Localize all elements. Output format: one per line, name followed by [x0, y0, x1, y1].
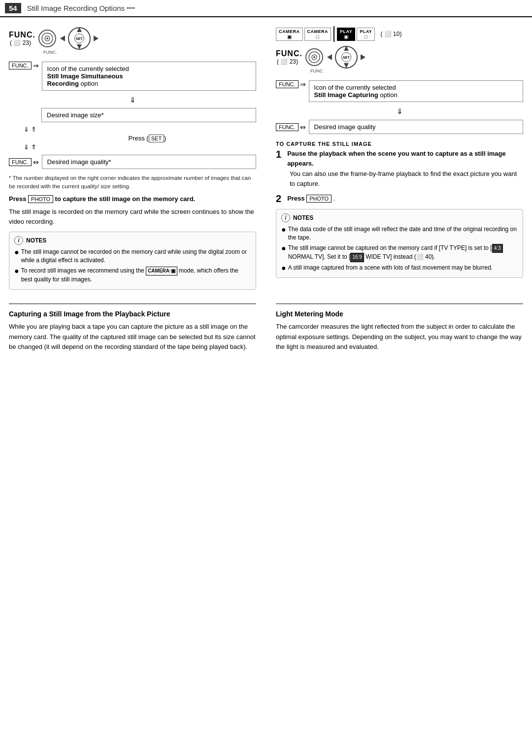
bullet-dot-2: ●	[14, 267, 19, 275]
mode-play-video[interactable]: PLAY ▣	[337, 28, 355, 41]
note-left-1: ● The still image cannot be recorded on …	[14, 248, 251, 265]
tv-169-icon: 16:9	[350, 253, 364, 262]
bullet-dot-r3: ●	[281, 264, 286, 272]
note-left-2: ● To record still images we recommend us…	[14, 267, 251, 284]
simultaneous-instr-line2: Still Image Simultaneous	[47, 72, 251, 80]
down-arrow-right: ⇓	[276, 107, 523, 116]
set-button-left[interactable]: SET	[74, 34, 84, 43]
simultaneous-bold-1: Still Image Simultaneous	[47, 72, 123, 80]
photo-key-left[interactable]: PHOTO	[28, 195, 53, 203]
func-label-right: FUNC. ( ⬜ 23)	[276, 49, 302, 65]
note-right-1-text: The data code of the still image will re…	[288, 225, 518, 242]
desired-size-row: Desired image size*	[9, 106, 256, 124]
note-right-3-text: A still image captured from a scene with…	[288, 264, 493, 272]
simultaneous-instr-area: FUNC. ⇒ Icon of the currently selected S…	[9, 60, 256, 93]
note-right-2-text: The still image cannot be captured on th…	[288, 244, 518, 262]
svg-marker-7	[94, 35, 99, 41]
divider-right	[276, 304, 523, 304]
set-key[interactable]: SET	[149, 135, 164, 142]
desired-quality-text-right: Desired image quality	[314, 123, 376, 131]
desired-quality-box-left: Desired image quality*	[42, 155, 256, 169]
page-ref-right: ( ⬜ 10)	[380, 31, 401, 37]
simultaneous-instr-line1: Icon of the currently selected	[47, 65, 251, 72]
page: 54 Still Image Recording Options •••• FU…	[0, 0, 532, 756]
note-right-1: ● The data code of the still image will …	[281, 225, 518, 242]
tv-43-icon: 4:3	[492, 244, 503, 253]
press-set-row: Press (SET)	[38, 135, 256, 142]
footnote-text: * The number displayed on the right corn…	[9, 175, 251, 189]
notes-label-right: NOTES	[293, 214, 313, 221]
set-control-right: SET	[326, 45, 366, 69]
func-key-quality-left: FUNC.	[9, 158, 32, 166]
func-circle-icon-right	[305, 48, 323, 66]
svg-point-10	[313, 56, 315, 58]
func-circle-icon-left	[38, 30, 56, 47]
step-2-period: .	[332, 195, 335, 202]
step-2: 2 Press PHOTO .	[276, 193, 523, 204]
svg-point-2	[46, 37, 48, 39]
simultaneous-bold-2: Recording	[47, 80, 79, 87]
note-right-2: ● The still image cannot be captured on …	[281, 244, 518, 262]
func-key-right: FUNC.	[276, 80, 299, 88]
bottom-right-title: Light Metering Mode	[276, 310, 523, 318]
note-right-3: ● A still image captured from a scene wi…	[281, 264, 518, 272]
func-section-right: FUNC. ( ⬜ 23)	[276, 45, 523, 73]
updown-row-2: ⇓ ⇑	[24, 143, 256, 151]
step-2-press: Press	[287, 195, 306, 202]
desired-quality-text-left: Desired image quality*	[47, 158, 111, 166]
main-content: FUNC. ( ⬜ 23)	[0, 17, 532, 295]
step-1-bold: Pause the playback when the scene you wa…	[287, 150, 506, 167]
step-2-num: 2	[276, 193, 281, 204]
set-button-right[interactable]: SET	[341, 52, 351, 62]
func-label-left: FUNC. ( ⬜ 23)	[9, 31, 35, 46]
mode-camera-video[interactable]: CAMERA ▣	[276, 28, 303, 41]
func-arrow-left: FUNC. ⇒	[9, 62, 39, 69]
header-dots: ••••	[127, 5, 135, 12]
mode-play-still[interactable]: PLAY □	[357, 28, 375, 41]
set-control-left: SET	[59, 26, 100, 51]
capturing-instr-area: FUNC. ⇒ Icon of the currently selected S…	[276, 78, 523, 104]
page-header: 54 Still Image Recording Options ••••	[0, 0, 532, 17]
capture-heading: TO CAPTURE THE STILL IMAGE	[276, 141, 523, 147]
func-row-right: FUNC. ( ⬜ 23)	[276, 45, 523, 69]
bottom-sections: Capturing a Still Image from the Playbac…	[0, 295, 532, 360]
bottom-right-body: The camcorder measures the light reflect…	[276, 322, 523, 351]
press-set-text: Press (	[129, 135, 149, 142]
step-1: 1 Pause the playback when the scene you …	[276, 149, 523, 188]
notes-label-left: NOTES	[26, 237, 46, 244]
svg-marker-11	[327, 54, 332, 60]
press-photo-label: Press	[9, 195, 28, 203]
desired-size-text: Desired image size*	[47, 111, 104, 119]
note-left-2-text: To record still images we recommend usin…	[21, 267, 251, 284]
desired-quality-row-left: FUNC. ⇔ Desired image quality*	[9, 153, 256, 171]
func-arrow-quality-right: FUNC. ⇔	[276, 123, 306, 131]
bottom-right-section: Light Metering Mode The camcorder measur…	[271, 295, 523, 351]
mode-divider	[333, 26, 334, 42]
step-2-content: Press PHOTO .	[287, 195, 335, 203]
press-photo-body: The still image is recorded on the memor…	[9, 207, 256, 227]
simultaneous-instr-line3: Recording option	[47, 80, 251, 87]
right-column: CAMERA ▣ CAMERA □ PLAY ▣ PLAY □ ( ⬜ 10)	[271, 26, 523, 295]
camera-inline-icon: CAMERA·▣	[146, 267, 177, 276]
notes-icon-right: i	[281, 213, 290, 222]
desired-quality-box-right: Desired image quality	[309, 120, 523, 134]
notes-header-right: i NOTES	[281, 213, 518, 222]
capturing-text-rest: option	[380, 91, 397, 99]
bottom-left-section: Capturing a Still Image from the Playbac…	[9, 295, 261, 351]
left-column: FUNC. ( ⬜ 23)	[9, 26, 261, 295]
step-1-content: Pause the playback when the scene you wa…	[287, 149, 523, 168]
page-number: 54	[5, 3, 21, 13]
down-arrow-1: ⇓	[9, 96, 256, 104]
notes-header-left: i NOTES	[14, 236, 251, 245]
photo-key-right[interactable]: PHOTO	[306, 195, 332, 203]
press-photo-rest: to capture the still image on the memory…	[53, 195, 195, 203]
mode-camera-still[interactable]: CAMERA □	[304, 28, 332, 41]
notes-box-left: i NOTES ● The still image cannot be reco…	[9, 232, 256, 290]
func-key-left: FUNC.	[9, 62, 32, 69]
func-row-left: FUNC. ( ⬜ 23)	[9, 26, 256, 51]
bullet-dot-r2: ●	[281, 244, 286, 252]
svg-marker-15	[361, 54, 366, 60]
step-2-row: 2 Press PHOTO .	[276, 193, 523, 204]
simultaneous-instr-box: Icon of the currently selected Still Ima…	[42, 62, 256, 91]
capturing-instr-box: Icon of the currently selected Still Ima…	[309, 80, 523, 102]
